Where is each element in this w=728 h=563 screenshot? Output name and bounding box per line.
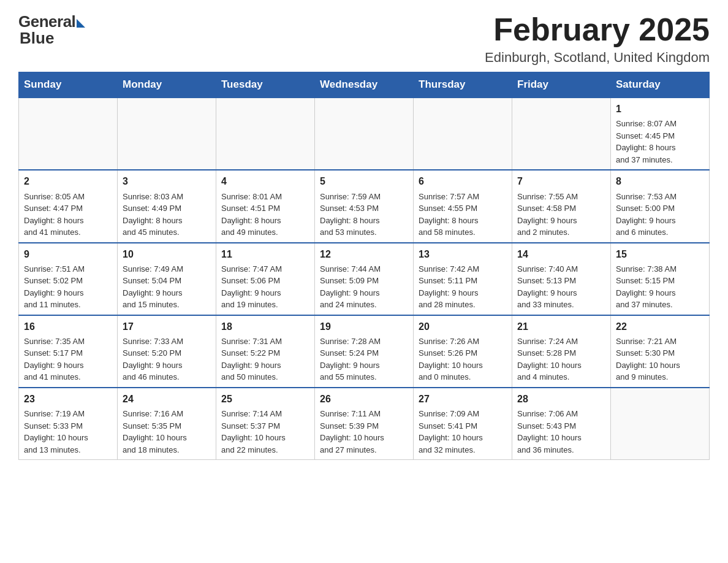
day-info: Sunrise: 7:40 AMSunset: 5:13 PMDaylight:… bbox=[517, 263, 605, 311]
table-row bbox=[414, 98, 512, 170]
col-sunday: Sunday bbox=[19, 72, 118, 98]
calendar-week-row: 16Sunrise: 7:35 AMSunset: 5:17 PMDayligh… bbox=[19, 315, 710, 388]
table-row: 14Sunrise: 7:40 AMSunset: 5:13 PMDayligh… bbox=[512, 243, 611, 315]
table-row: 4Sunrise: 8:01 AMSunset: 4:51 PMDaylight… bbox=[216, 170, 315, 242]
day-info: Sunrise: 7:11 AMSunset: 5:39 PMDaylight:… bbox=[320, 408, 408, 456]
table-row: 17Sunrise: 7:33 AMSunset: 5:20 PMDayligh… bbox=[118, 315, 216, 388]
day-info: Sunrise: 7:38 AMSunset: 5:15 PMDaylight:… bbox=[616, 263, 704, 311]
day-info: Sunrise: 7:26 AMSunset: 5:26 PMDaylight:… bbox=[419, 335, 507, 383]
table-row: 5Sunrise: 7:59 AMSunset: 4:53 PMDaylight… bbox=[315, 170, 414, 242]
day-number: 2 bbox=[24, 174, 112, 188]
day-info: Sunrise: 7:31 AMSunset: 5:22 PMDaylight:… bbox=[221, 335, 309, 383]
day-info: Sunrise: 7:53 AMSunset: 5:00 PMDaylight:… bbox=[616, 191, 704, 239]
location-text: Edinburgh, Scotland, United Kingdom bbox=[485, 50, 710, 66]
table-row bbox=[315, 98, 414, 170]
day-number: 7 bbox=[517, 174, 605, 188]
logo-triangle-icon bbox=[77, 19, 85, 28]
table-row: 2Sunrise: 8:05 AMSunset: 4:47 PMDaylight… bbox=[19, 170, 118, 242]
day-info: Sunrise: 7:21 AMSunset: 5:30 PMDaylight:… bbox=[616, 335, 704, 383]
col-thursday: Thursday bbox=[414, 72, 512, 98]
table-row: 19Sunrise: 7:28 AMSunset: 5:24 PMDayligh… bbox=[315, 315, 414, 388]
day-number: 11 bbox=[221, 247, 309, 261]
day-number: 10 bbox=[123, 247, 211, 261]
day-number: 19 bbox=[320, 320, 408, 334]
day-info: Sunrise: 7:35 AMSunset: 5:17 PMDaylight:… bbox=[24, 335, 112, 383]
day-number: 8 bbox=[616, 174, 704, 188]
table-row: 10Sunrise: 7:49 AMSunset: 5:04 PMDayligh… bbox=[118, 243, 216, 315]
table-row: 21Sunrise: 7:24 AMSunset: 5:28 PMDayligh… bbox=[512, 315, 611, 388]
page-header: General Blue February 2025 Edinburgh, Sc… bbox=[18, 12, 710, 66]
day-info: Sunrise: 8:05 AMSunset: 4:47 PMDaylight:… bbox=[24, 191, 112, 239]
day-number: 23 bbox=[24, 392, 112, 406]
day-number: 18 bbox=[221, 320, 309, 334]
day-info: Sunrise: 7:14 AMSunset: 5:37 PMDaylight:… bbox=[221, 408, 309, 456]
col-friday: Friday bbox=[512, 72, 611, 98]
day-info: Sunrise: 7:09 AMSunset: 5:41 PMDaylight:… bbox=[419, 408, 507, 456]
day-info: Sunrise: 7:49 AMSunset: 5:04 PMDaylight:… bbox=[123, 263, 211, 311]
col-tuesday: Tuesday bbox=[216, 72, 315, 98]
table-row: 7Sunrise: 7:55 AMSunset: 4:58 PMDaylight… bbox=[512, 170, 611, 242]
calendar-week-row: 1Sunrise: 8:07 AMSunset: 4:45 PMDaylight… bbox=[19, 98, 710, 170]
day-number: 27 bbox=[419, 392, 507, 406]
table-row: 18Sunrise: 7:31 AMSunset: 5:22 PMDayligh… bbox=[216, 315, 315, 388]
day-info: Sunrise: 7:59 AMSunset: 4:53 PMDaylight:… bbox=[320, 191, 408, 239]
day-number: 12 bbox=[320, 247, 408, 261]
table-row bbox=[216, 98, 315, 170]
day-info: Sunrise: 7:55 AMSunset: 4:58 PMDaylight:… bbox=[517, 191, 605, 239]
table-row: 16Sunrise: 7:35 AMSunset: 5:17 PMDayligh… bbox=[19, 315, 118, 388]
table-row bbox=[611, 388, 710, 460]
calendar-header-row: Sunday Monday Tuesday Wednesday Thursday… bbox=[19, 72, 710, 98]
day-info: Sunrise: 7:24 AMSunset: 5:28 PMDaylight:… bbox=[517, 335, 605, 383]
day-info: Sunrise: 7:28 AMSunset: 5:24 PMDaylight:… bbox=[320, 335, 408, 383]
day-number: 26 bbox=[320, 392, 408, 406]
col-saturday: Saturday bbox=[611, 72, 710, 98]
day-number: 14 bbox=[517, 247, 605, 261]
table-row: 3Sunrise: 8:03 AMSunset: 4:49 PMDaylight… bbox=[118, 170, 216, 242]
calendar-table: Sunday Monday Tuesday Wednesday Thursday… bbox=[18, 72, 710, 460]
table-row: 26Sunrise: 7:11 AMSunset: 5:39 PMDayligh… bbox=[315, 388, 414, 460]
col-wednesday: Wednesday bbox=[315, 72, 414, 98]
table-row: 28Sunrise: 7:06 AMSunset: 5:43 PMDayligh… bbox=[512, 388, 611, 460]
day-info: Sunrise: 7:19 AMSunset: 5:33 PMDaylight:… bbox=[24, 408, 112, 456]
table-row: 23Sunrise: 7:19 AMSunset: 5:33 PMDayligh… bbox=[19, 388, 118, 460]
calendar-week-row: 23Sunrise: 7:19 AMSunset: 5:33 PMDayligh… bbox=[19, 388, 710, 460]
calendar-week-row: 9Sunrise: 7:51 AMSunset: 5:02 PMDaylight… bbox=[19, 243, 710, 315]
day-info: Sunrise: 7:16 AMSunset: 5:35 PMDaylight:… bbox=[123, 408, 211, 456]
table-row: 6Sunrise: 7:57 AMSunset: 4:55 PMDaylight… bbox=[414, 170, 512, 242]
day-info: Sunrise: 8:03 AMSunset: 4:49 PMDaylight:… bbox=[123, 191, 211, 239]
table-row: 15Sunrise: 7:38 AMSunset: 5:15 PMDayligh… bbox=[611, 243, 710, 315]
day-info: Sunrise: 7:47 AMSunset: 5:06 PMDaylight:… bbox=[221, 263, 309, 311]
day-info: Sunrise: 7:06 AMSunset: 5:43 PMDaylight:… bbox=[517, 408, 605, 456]
logo-blue-text: Blue bbox=[20, 29, 54, 48]
table-row: 20Sunrise: 7:26 AMSunset: 5:26 PMDayligh… bbox=[414, 315, 512, 388]
day-number: 6 bbox=[419, 174, 507, 188]
day-info: Sunrise: 8:01 AMSunset: 4:51 PMDaylight:… bbox=[221, 191, 309, 239]
day-number: 4 bbox=[221, 174, 309, 188]
day-number: 1 bbox=[616, 102, 704, 116]
day-number: 5 bbox=[320, 174, 408, 188]
col-monday: Monday bbox=[118, 72, 216, 98]
table-row: 13Sunrise: 7:42 AMSunset: 5:11 PMDayligh… bbox=[414, 243, 512, 315]
logo: General Blue bbox=[18, 12, 85, 48]
day-number: 13 bbox=[419, 247, 507, 261]
day-number: 3 bbox=[123, 174, 211, 188]
day-info: Sunrise: 7:57 AMSunset: 4:55 PMDaylight:… bbox=[419, 191, 507, 239]
table-row: 25Sunrise: 7:14 AMSunset: 5:37 PMDayligh… bbox=[216, 388, 315, 460]
day-info: Sunrise: 7:51 AMSunset: 5:02 PMDaylight:… bbox=[24, 263, 112, 311]
day-number: 21 bbox=[517, 320, 605, 334]
table-row: 24Sunrise: 7:16 AMSunset: 5:35 PMDayligh… bbox=[118, 388, 216, 460]
day-number: 16 bbox=[24, 320, 112, 334]
day-info: Sunrise: 7:42 AMSunset: 5:11 PMDaylight:… bbox=[419, 263, 507, 311]
day-number: 22 bbox=[616, 320, 704, 334]
day-number: 9 bbox=[24, 247, 112, 261]
day-info: Sunrise: 8:07 AMSunset: 4:45 PMDaylight:… bbox=[616, 118, 704, 166]
day-number: 17 bbox=[123, 320, 211, 334]
table-row: 8Sunrise: 7:53 AMSunset: 5:00 PMDaylight… bbox=[611, 170, 710, 242]
day-number: 20 bbox=[419, 320, 507, 334]
day-number: 24 bbox=[123, 392, 211, 406]
table-row: 22Sunrise: 7:21 AMSunset: 5:30 PMDayligh… bbox=[611, 315, 710, 388]
table-row bbox=[118, 98, 216, 170]
day-info: Sunrise: 7:33 AMSunset: 5:20 PMDaylight:… bbox=[123, 335, 211, 383]
table-row bbox=[512, 98, 611, 170]
table-row: 12Sunrise: 7:44 AMSunset: 5:09 PMDayligh… bbox=[315, 243, 414, 315]
